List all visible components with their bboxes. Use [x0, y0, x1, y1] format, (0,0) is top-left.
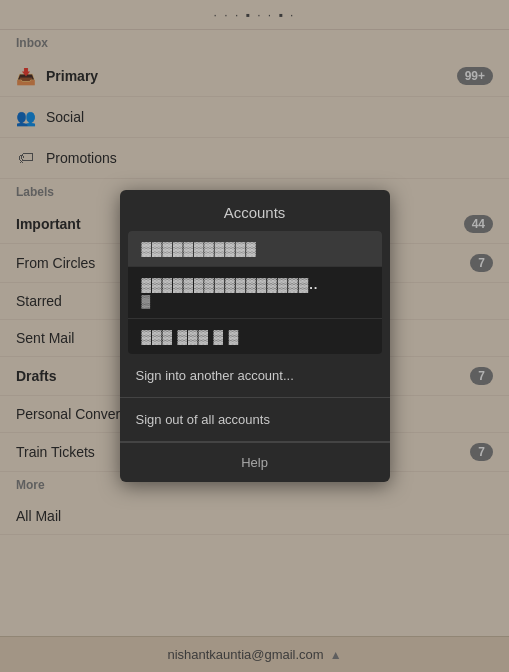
account-item-3[interactable]: ▓▓▓ ▓▓▓ ▓ ▓: [128, 319, 382, 354]
modal-overlay[interactable]: Accounts ▓▓▓▓▓▓▓▓▓▓▓ ▓▓▓▓▓▓▓▓▓▓▓▓▓▓▓▓.. …: [0, 0, 509, 672]
account-2-email: ▓: [142, 294, 368, 308]
account-list: ▓▓▓▓▓▓▓▓▓▓▓ ▓▓▓▓▓▓▓▓▓▓▓▓▓▓▓▓.. ▓ ▓▓▓ ▓▓▓…: [128, 231, 382, 354]
help-button[interactable]: Help: [120, 442, 390, 482]
account-1-name: ▓▓▓▓▓▓▓▓▓▓▓: [142, 241, 368, 256]
account-item-1[interactable]: ▓▓▓▓▓▓▓▓▓▓▓: [128, 231, 382, 267]
account-2-name: ▓▓▓▓▓▓▓▓▓▓▓▓▓▓▓▓..: [142, 277, 368, 292]
accounts-modal: Accounts ▓▓▓▓▓▓▓▓▓▓▓ ▓▓▓▓▓▓▓▓▓▓▓▓▓▓▓▓.. …: [120, 190, 390, 482]
sign-into-another-button[interactable]: Sign into another account...: [120, 354, 390, 398]
sign-out-all-button[interactable]: Sign out of all accounts: [120, 398, 390, 442]
modal-title: Accounts: [120, 190, 390, 231]
account-item-2[interactable]: ▓▓▓▓▓▓▓▓▓▓▓▓▓▓▓▓.. ▓: [128, 267, 382, 319]
account-3-name: ▓▓▓ ▓▓▓ ▓ ▓: [142, 329, 368, 344]
